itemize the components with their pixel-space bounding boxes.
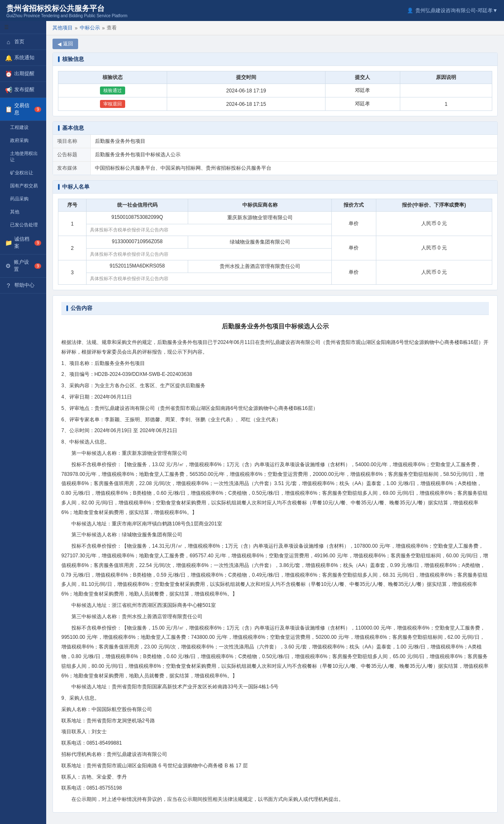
sidebar-sub-other[interactable]: 其他	[0, 205, 46, 218]
verification-time: 2024-06-18 17:15	[167, 97, 325, 111]
sidebar-item-publish[interactable]: 📢 发布提醒	[0, 82, 46, 98]
bidder-price-method: 单价	[331, 212, 376, 236]
announcement-paragraph: 9、采购人信息。	[61, 693, 489, 703]
announcement-paragraph: 中标候选人地址：重庆市南岸区南坪镇白鹤路108号负1层商业201室	[61, 519, 489, 529]
announcement-paragraph: 中标候选人地址：贵州省贵阳市贵阳国家高新技术产业开发区长岭南路33号天一国际4栋…	[61, 682, 489, 692]
sidebar-label-notice: 系统通知	[14, 54, 34, 61]
bidder-detail: 具体投标不含税单价报价详见公告内容	[86, 224, 331, 236]
back-button[interactable]: ◀ 返回	[52, 39, 78, 49]
bidder-detail: 具体投标不含税单价报价详见公告内容	[86, 249, 331, 260]
announcement-main-title: 后勤服务业务外包项目中标候选人公示	[61, 320, 489, 333]
help-icon: ?	[5, 282, 12, 289]
bidder-credit: 91330000710956Z058	[86, 236, 188, 249]
announcement-paragraph: 投标不含税单价报价：【物业服务，15.00 元/月/㎡，增值税税率6%；1万元（…	[61, 623, 489, 681]
bidder-list-section: 中标人名单 序号 统一社会信用代码 中标供应商名称 报价方式 报价(中标价、下浮…	[52, 180, 498, 290]
col-price-method: 报价方式	[331, 199, 376, 212]
logo: 贵州省招标投标公共服务平台 GuiZhou Province Tendering…	[6, 3, 127, 18]
sidebar-label-account: 账户设置	[14, 259, 32, 273]
table-row: 1 91500108753082099Q 重庆新东源物业管理有限公司 单价 人民…	[58, 212, 492, 224]
basic-info-body: 项目名称 后勤服务业务外包项目 公告标题 后勤服务业务外包项目中标候选人公示 发…	[53, 135, 497, 175]
announcement-paragraph: 8、中标候选人信息。	[61, 437, 489, 447]
verification-reason	[400, 84, 492, 97]
col-status: 核验状态	[58, 71, 167, 84]
announcement-paragraph: 6、评审专家名单：李新颖、王振明、郑德馨、周茉、李剑、张鹏（业主代表）、邓红（业…	[61, 415, 489, 425]
sidebar-sub-mineral[interactable]: 矿业权出让	[0, 166, 46, 179]
transaction-badge: 9	[34, 107, 41, 112]
announcement-section: 公告内容 后勤服务业务外包项目中标候选人公示根据法律、法规、规章和采购文件的规定…	[52, 295, 498, 813]
sidebar-item-transaction[interactable]: 📋 交易信息 9	[0, 98, 46, 121]
label-notice-title: 公告标题	[53, 148, 91, 161]
announcement-paragraph: 联系电话：0851-85499881	[61, 738, 489, 748]
col-submitter: 提交人	[325, 71, 400, 84]
verification-submitter: 邓廷孝	[325, 84, 400, 97]
sidebar-label-transaction: 交易信息	[14, 102, 32, 116]
sidebar-label-publish: 发布提醒	[14, 86, 34, 93]
announcement-paragraph: 联系电话：0851-85755198	[61, 783, 489, 793]
verification-time: 2024-06-18 17:19	[167, 84, 325, 97]
sidebar-item-account[interactable]: ⚙ 账户设置 9	[0, 255, 46, 278]
sidebar-sub-state[interactable]: 国有产权交易	[0, 179, 46, 192]
sidebar-item-help[interactable]: ? 帮助中心	[0, 278, 46, 294]
publish-icon: 📢	[5, 87, 12, 93]
sidebar-sub-published[interactable]: 已发公告处理	[0, 218, 46, 231]
logo-title-cn: 贵州省招标投标公共服务平台	[6, 3, 127, 13]
sidebar-sub-engineering[interactable]: 工程建设	[0, 121, 46, 134]
bidder-table: 序号 统一社会信用代码 中标供应商名称 报价方式 报价(中标价、下浮率或费率) …	[58, 199, 492, 285]
table-row: 3 91520115MA6DKRS058 贵州水投上善酒店管理有限责任公司 单价…	[58, 260, 492, 273]
username-label: 贵州弘鼎建设咨询有限公司-邓廷孝▼	[415, 7, 498, 14]
bidder-price-method: 单价	[331, 236, 376, 260]
verification-submitter: 邓廷孝	[325, 97, 400, 111]
value-media: 中国招标投标公共服务平台、中国采购与招标网、贵州省招标投标公共服务平台	[91, 162, 497, 175]
announcement-paragraph: 项目联系人：刘女士	[61, 727, 489, 737]
bidder-list-title: 中标人名单	[53, 181, 497, 194]
announcement-paragraph: 联系地址：贵州省贵阳市龙洞堡机场2号路	[61, 716, 489, 726]
sidebar-item-notice[interactable]: 🔔 系统通知	[0, 50, 46, 66]
form-row-project-name: 项目名称 后勤服务业务外包项目	[53, 135, 497, 148]
sidebar-sub-gov[interactable]: 政府采购	[0, 134, 46, 147]
form-row-media: 发布媒体 中国招标投标公共服务平台、中国采购与招标网、贵州省招标投标公共服务平台	[53, 162, 497, 175]
announcement-body: 后勤服务业务外包项目中标候选人公示根据法律、法规、规章和采购文件的规定，后勤服务…	[61, 320, 489, 804]
col-reason: 原因说明	[400, 71, 492, 84]
breadcrumb-sep-1: »	[75, 25, 78, 31]
sidebar-item-expired[interactable]: ⏰ 出期提醒	[0, 66, 46, 82]
verification-status: 核验通过	[58, 84, 167, 97]
value-notice-title: 后勤服务业务外包项目中标候选人公示	[91, 148, 497, 161]
announcement-paragraph: 联系地址：贵州省贵阳市观山湖区金阳南路 6 号世纪金源购物中心商务楼 B 栋 1…	[61, 761, 489, 771]
sidebar: ☰ ⌂ 首页 🔔 系统通知 ⏰ 出期提醒 📢 发布提醒 📋 交易信息 9 工程建…	[0, 21, 46, 824]
bidder-price: 人民币 0 元	[376, 236, 492, 260]
sidebar-item-network[interactable]: 📁 诚信档案 9	[0, 231, 46, 255]
bidder-no: 1	[58, 212, 87, 236]
header: 贵州省招标投标公共服务平台 GuiZhou Province Tendering…	[0, 0, 504, 21]
back-label: 返回	[63, 40, 73, 47]
bidder-no: 2	[58, 236, 87, 260]
announcement-paragraph: 4、评审日期：2024年06月11日	[61, 392, 489, 402]
sidebar-sub-land[interactable]: 土地使用权出让	[0, 147, 46, 166]
menu-icon[interactable]: ☰	[4, 24, 9, 30]
transaction-icon: 📋	[5, 106, 12, 113]
sidebar-label-home: 首页	[14, 38, 24, 45]
network-badge: 9	[34, 240, 41, 246]
bidder-company: 绿城物业服务集团有限公司	[188, 236, 331, 249]
header-user[interactable]: 👤 贵州弘鼎建设咨询有限公司-邓廷孝▼	[407, 7, 498, 14]
bidder-price: 人民币 0 元	[376, 260, 492, 285]
bidder-price-method: 单价	[331, 260, 376, 285]
sidebar-label-help: 帮助中心	[14, 282, 34, 289]
logo-title-en: GuiZhou Province Tendering and Bidding P…	[6, 13, 127, 18]
sidebar-item-home[interactable]: ⌂ 首页	[0, 34, 46, 50]
home-icon: ⌂	[5, 39, 12, 45]
col-company: 中标供应商名称	[188, 199, 331, 212]
network-icon: 📁	[5, 239, 12, 246]
breadcrumb-item-1[interactable]: 其他项目	[52, 24, 73, 31]
announcement-paragraph: 3、采购内容：为业主方各办公区、生客区、生产区提供后勤服务	[61, 381, 489, 391]
breadcrumb-item-2[interactable]: 中标公示	[80, 24, 100, 31]
sidebar-label-network: 诚信档案	[14, 236, 32, 250]
back-icon: ◀	[58, 41, 61, 47]
sidebar-label-expired: 出期提醒	[14, 70, 34, 77]
basic-info-section: 基本信息 项目名称 后勤服务业务外包项目 公告标题 后勤服务业务外包项目中标候选…	[52, 121, 498, 175]
bidder-list-body: 序号 统一社会信用代码 中标供应商名称 报价方式 报价(中标价、下浮率或费率) …	[53, 194, 497, 290]
verification-body: 核验状态 提交时间 提交人 原因说明 核验通过 2024-06-18 17:19…	[53, 66, 497, 116]
col-no: 序号	[58, 199, 87, 212]
sidebar-top: ☰	[0, 21, 46, 34]
announcement-paragraph: 7、公示时间：2024年06月19日 至 2024年06月21日	[61, 426, 489, 436]
sidebar-sub-drugs[interactable]: 药品采购	[0, 192, 46, 205]
